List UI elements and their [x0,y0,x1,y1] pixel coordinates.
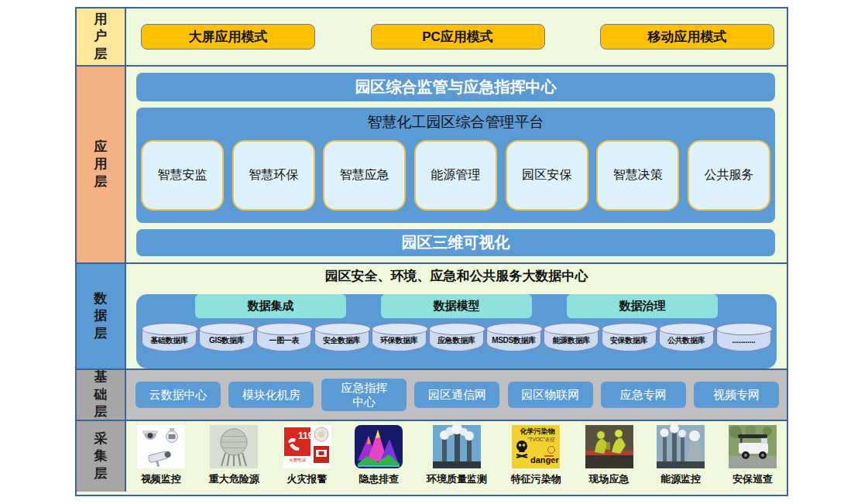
facility-video-network: 视频专网 [694,382,779,408]
db-msds: MSDS数据库 [486,328,541,351]
hazard-heatmap-image [355,425,403,468]
collect-label-pollutant: 特征污染物 [511,472,561,486]
mode-mobile: 移动应用模式 [600,24,774,50]
danger-sign-image: 化学污染物 "TVOC"表征 danger [512,425,560,468]
layer-label-infra-text: 基础层 [93,369,108,420]
collect-item-env-monitor: 环境质量监测 [427,425,487,492]
application-layer-content: 园区综合监管与应急指挥中心 智慧化工园区综合管理平台 智慧安监 智慧环保 智慧应… [126,67,787,262]
collect-label-fire-alarm: 火灾报警 [287,472,328,486]
collect-item-hazard-check: 隐患排查 [355,425,403,492]
mode-pc: PC应用模式 [371,24,545,50]
power-plant-image [657,425,705,468]
collect-item-fire-alarm: 119 火警电话 火灾报警 [283,425,331,492]
module-security: 园区安保 [506,140,588,211]
module-emergency: 智慧应急 [323,140,406,211]
collect-label-hazard-source: 重大危险源 [209,472,259,486]
db-safety: 安全数据库 [314,328,369,351]
layer-label-infra: 基础层 [77,370,126,420]
db-more: ............ [716,328,771,351]
patrol-cart-image [729,425,777,468]
facility-park-comm-network: 园区通信网 [414,382,499,408]
collect-label-patrol: 安保巡查 [732,472,773,486]
collect-item-hazard-source: 重大危险源 [209,425,259,492]
user-layer-content: 大屏应用模式 PC应用模式 移动应用模式 [126,9,787,65]
collect-label-env-monitor: 环境质量监测 [427,472,487,486]
collect-label-onsite-emergency: 现场应急 [589,472,630,486]
module-cards: 智慧安监 智慧环保 智慧应急 能源管理 园区安保 智慧决策 公共服务 [139,140,772,211]
danger-sign-sub: "TVOC"表征 [527,437,555,442]
platform-container: 智慧化工园区综合管理平台 智慧安监 智慧环保 智慧应急 能源管理 园区安保 智慧… [136,108,775,222]
collect-label-video: 视频监控 [141,472,181,486]
collect-label-hazard-check: 隐患排查 [359,472,399,486]
collection-layer-content: 视频监控 重大危险源 119 火 [126,421,787,492]
danger-sign-title: 化学污染物 [520,427,555,435]
mode-bigscreen: 大屏应用模式 [141,24,315,50]
db-security: 安保数据库 [602,328,657,351]
db-gis: GIS数据库 [199,328,254,351]
hazmat-responders-image [585,425,633,468]
platform-title: 智慧化工园区综合管理平台 [139,111,772,133]
collect-item-video: 视频监控 [137,425,185,492]
func-data-governance: 数据治理 [567,294,718,318]
func-data-model: 数据模型 [381,294,532,318]
collect-item-patrol: 安保巡查 [729,425,777,492]
facility-cloud-datacenter: 云数据中心 [136,382,221,408]
facility-emergency-command-center: 应急指挥中心 [321,379,407,411]
module-decision: 智慧决策 [596,140,679,211]
db-emergency: 应急数据库 [429,328,484,351]
fire-sign-caption: 火警电话 [289,458,307,462]
facility-emergency-network: 应急专网 [601,382,686,408]
db-environment: 环保数据库 [372,328,427,351]
fire-sign-number: 119 [298,430,314,441]
collect-item-onsite-emergency: 现场应急 [585,425,633,492]
db-basic: 基础数据库 [142,328,197,351]
user-layer-row: 用户层 大屏应用模式 PC应用模式 移动应用模式 [77,9,787,65]
facility-park-iot: 园区物联网 [508,382,593,408]
module-public-service: 公共服务 [688,140,770,211]
visualization-bar: 园区三维可视化 [136,229,775,257]
db-one-map: 一图一表 [256,328,311,351]
layer-label-user: 用户层 [77,9,126,65]
module-energy: 能源管理 [414,140,497,211]
layer-label-user-text: 用户层 [93,11,108,63]
video-surveillance-image [137,425,185,468]
data-layer-row: 数据层 园区安全、环境、应急和公共服务大数据中心 数据集成 数据模型 数据治理 … [77,262,787,369]
facility-modular-server-room: 模块化机房 [228,382,314,408]
layer-label-data: 数据层 [77,264,126,369]
infrastructure-layer-content: 云数据中心 模块化机房 应急指挥中心 园区通信网 园区物联网 应急专网 视频专网 [126,370,787,420]
collect-item-pollutant: 化学污染物 "TVOC"表征 danger 特征污染物 [511,425,561,492]
hazard-tank-image [210,425,258,468]
module-environment: 智慧环保 [232,140,315,211]
command-center-bar: 园区综合监管与应急指挥中心 [136,73,775,101]
data-center-title: 园区安全、环境、应急和公共服务大数据中心 [126,266,787,286]
database-cylinders: 基础数据库 GIS数据库 一图一表 安全数据库 环保数据库 应急数据库 MSDS… [141,328,772,351]
layer-label-app: 应用层 [77,67,126,262]
data-functions: 数据集成 数据模型 数据治理 [141,294,772,318]
collect-item-energy-monitor: 能源监控 [657,425,705,492]
func-data-integration: 数据集成 [195,294,346,318]
module-safety-supervision: 智慧安监 [141,140,224,211]
layer-label-data-text: 数据层 [93,290,108,342]
layer-label-app-text: 应用层 [93,139,108,190]
data-layer-content: 园区安全、环境、应急和公共服务大数据中心 数据集成 数据模型 数据治理 基础数据… [126,264,787,369]
infrastructure-layer-row: 基础层 云数据中心 模块化机房 应急指挥中心 园区通信网 园区物联网 应急专网 … [77,369,787,420]
fire-alarm-image: 119 火警电话 [283,425,331,468]
layer-label-collect-text: 采集层 [93,430,108,482]
collection-layer-row: 采集层 视频监控 [77,420,787,492]
data-center-container: 数据集成 数据模型 数据治理 基础数据库 GIS数据库 一图一表 安全数据库 环… [136,294,777,369]
db-public: 公共数据库 [659,328,714,351]
collect-label-energy-monitor: 能源监控 [660,472,701,486]
layer-label-collect: 采集层 [77,421,126,492]
architecture-diagram: 用户层 大屏应用模式 PC应用模式 移动应用模式 应用层 园区综合监管与应急指挥… [75,7,788,496]
smokestacks-image [433,425,481,468]
db-energy: 能源数据库 [544,328,599,351]
application-layer-row: 应用层 园区综合监管与应急指挥中心 智慧化工园区综合管理平台 智慧安监 智慧环保… [77,65,787,262]
